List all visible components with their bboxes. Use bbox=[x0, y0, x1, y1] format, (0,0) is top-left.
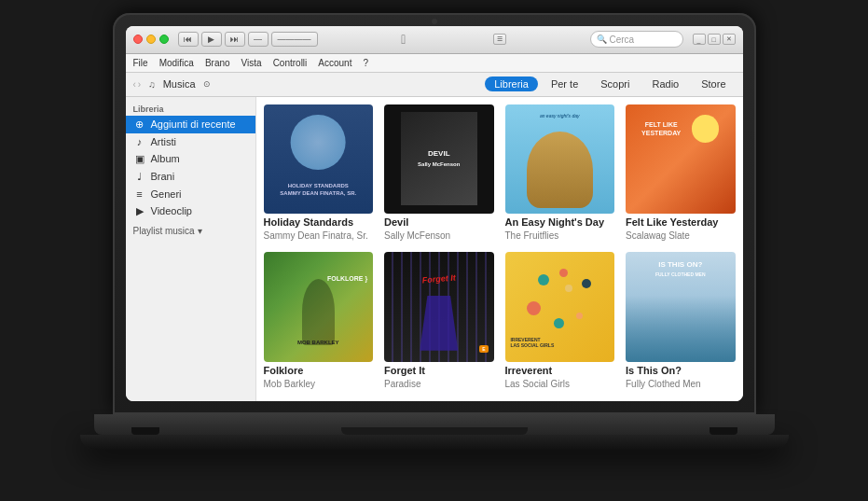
album-title-irreverent: Irreverent bbox=[505, 365, 615, 376]
tab-scopri[interactable]: Scopri bbox=[591, 77, 639, 91]
album-cover-devil: DEVILSally McFenson bbox=[384, 104, 494, 215]
nav-dropdown-icon[interactable]: ⊙ bbox=[203, 79, 211, 89]
nav-bar: ‹ › ♫ Musica ⊙ Libreria Per te Scopri Ra… bbox=[126, 73, 743, 97]
videoclip-icon: ▶ bbox=[133, 205, 146, 217]
rewind-button[interactable]: ⏮ bbox=[178, 32, 199, 47]
album-item-holiday-standards[interactable]: HOLIDAY STANDARDSSAMMY DEAN FINATRA, SR.… bbox=[264, 104, 374, 242]
album-cover-easy-night: an easy night's day bbox=[505, 104, 615, 215]
album-item-irreverent[interactable]: IRREVERENTLAS SOCIAL GIRLS Irreverent La… bbox=[505, 252, 615, 389]
playlist-label: Playlist musica bbox=[133, 226, 195, 236]
playback-controls: ⏮ ▶ ⏭ — ———— bbox=[178, 32, 318, 47]
laptop-lid: ⏮ ▶ ⏭ — ————  ☰ 🔍 Cerca _ bbox=[113, 13, 756, 414]
sidebar-item-videoclip[interactable]: ▶ Videoclip bbox=[126, 202, 255, 220]
sidebar-item-aggiunti[interactable]: ⊕ Aggiunti di recente bbox=[126, 116, 255, 133]
album-item-easy-night[interactable]: an easy night's day An Easy Night's Day … bbox=[505, 104, 615, 242]
sidebar: Libreria ⊕ Aggiunti di recente ♪ Artisti… bbox=[126, 97, 256, 401]
album-title-forget-it: Forget It bbox=[384, 365, 494, 376]
tab-libreria[interactable]: Libreria bbox=[485, 77, 538, 91]
list-view-button[interactable]: ☰ bbox=[493, 34, 506, 45]
folklore-figure bbox=[302, 279, 335, 345]
artists-icon: ♪ bbox=[133, 136, 146, 147]
album-item-is-this-on[interactable]: IS THIS ON?Fully Clothed Men Is This On?… bbox=[626, 252, 736, 389]
rubber-foot-right bbox=[710, 427, 737, 435]
menu-brano[interactable]: Brano bbox=[205, 58, 230, 68]
album-item-felt-like[interactable]: FELT LIKE YESTERDAY Felt Like Yesterday … bbox=[626, 104, 736, 242]
music-note-icon: ♫ bbox=[148, 79, 156, 90]
album-cover-is-this-on: IS THIS ON?Fully Clothed Men bbox=[626, 252, 736, 362]
album-cover-forget-it: Forget It E bbox=[384, 252, 494, 362]
menu-account[interactable]: Account bbox=[318, 58, 351, 68]
sidebar-label-generi: Generi bbox=[151, 188, 182, 200]
window-size-controls: _ □ ✕ bbox=[693, 34, 736, 45]
album-title-folklore: Folklore bbox=[264, 365, 374, 376]
content-area[interactable]: HOLIDAY STANDARDSSAMMY DEAN FINATRA, SR.… bbox=[256, 97, 743, 401]
devil-inner: DEVILSally McFenson bbox=[401, 112, 477, 205]
screen-bezel: ⏮ ▶ ⏭ — ————  ☰ 🔍 Cerca _ bbox=[126, 26, 743, 401]
traffic-lights bbox=[133, 35, 169, 44]
volume-button[interactable]: — bbox=[248, 32, 269, 47]
recently-added-icon: ⊕ bbox=[133, 118, 146, 131]
window-controls: ☰ bbox=[493, 34, 506, 45]
tab-radio[interactable]: Radio bbox=[642, 77, 688, 91]
menu-controlli[interactable]: Controlli bbox=[273, 58, 308, 68]
album-artist-forget-it: Paradise bbox=[384, 379, 494, 389]
album-title-easy-night: An Easy Night's Day bbox=[505, 216, 615, 228]
sidebar-label-videoclip: Videoclip bbox=[151, 205, 192, 216]
folklore-cover-text: FOLKLORE } bbox=[327, 274, 367, 284]
sidebar-item-generi[interactable]: ≡ Generi bbox=[126, 186, 255, 202]
search-box[interactable]: 🔍 Cerca bbox=[590, 31, 683, 48]
menu-file[interactable]: File bbox=[133, 58, 148, 68]
album-item-devil[interactable]: DEVILSally McFenson Devil Sally McFenson bbox=[384, 104, 494, 242]
album-cover-holiday-standards: HOLIDAY STANDARDSSAMMY DEAN FINATRA, SR. bbox=[264, 104, 374, 215]
nav-tabs: Libreria Per te Scopri Radio Store bbox=[485, 77, 735, 91]
laptop-base bbox=[94, 414, 775, 435]
album-artist-is-this-on: Fully Clothed Men bbox=[626, 379, 736, 389]
minimize-button[interactable] bbox=[146, 35, 156, 44]
apple-logo-icon:  bbox=[401, 32, 406, 47]
sidebar-item-artisti[interactable]: ♪ Artisti bbox=[126, 133, 255, 150]
album-cover-irreverent: IRREVERENTLAS SOCIAL GIRLS bbox=[505, 252, 615, 362]
album-title-felt-like: Felt Like Yesterday bbox=[626, 216, 736, 228]
back-button[interactable]: ‹ bbox=[133, 79, 136, 90]
irreverent-cover-text: IRREVERENTLAS SOCIAL GIRLS bbox=[510, 337, 554, 348]
window-minimize-btn[interactable]: _ bbox=[693, 34, 706, 45]
album-title-is-this-on: Is This On? bbox=[626, 365, 736, 376]
window-close-btn[interactable]: ✕ bbox=[723, 34, 736, 45]
sidebar-item-brani[interactable]: ♩ Brani bbox=[126, 168, 255, 186]
nav-music-label: Musica bbox=[163, 78, 196, 90]
album-artist-easy-night: The Fruitflies bbox=[505, 230, 615, 241]
menu-bar: File Modifica Brano Vista Controlli Acco… bbox=[126, 54, 743, 73]
album-artist-felt-like: Scalawag Slate bbox=[626, 230, 736, 241]
tab-per-te[interactable]: Per te bbox=[542, 77, 587, 91]
menu-vista[interactable]: Vista bbox=[241, 58, 262, 68]
progress-bar[interactable]: ———— bbox=[271, 32, 318, 47]
close-button[interactable] bbox=[133, 35, 143, 44]
sidebar-label-brani: Brani bbox=[151, 171, 175, 182]
album-item-folklore[interactable]: FOLKLORE } MOB BARKLEY Folklore Mob Bark… bbox=[264, 252, 374, 389]
explicit-badge: E bbox=[479, 345, 488, 353]
window-restore-btn[interactable]: □ bbox=[708, 34, 721, 45]
forward-button-nav[interactable]: › bbox=[138, 79, 141, 90]
main-content: Libreria ⊕ Aggiunti di recente ♪ Artisti… bbox=[126, 97, 743, 401]
sidebar-item-album[interactable]: ▣ Album bbox=[126, 150, 255, 168]
playlist-chevron-icon: ▾ bbox=[198, 226, 202, 236]
maximize-button[interactable] bbox=[159, 35, 169, 44]
album-grid: HOLIDAY STANDARDSSAMMY DEAN FINATRA, SR.… bbox=[264, 104, 736, 389]
menu-modifica[interactable]: Modifica bbox=[159, 58, 194, 68]
sidebar-label-album: Album bbox=[151, 153, 180, 164]
feltlike-sun bbox=[692, 115, 719, 142]
play-button[interactable]: ▶ bbox=[201, 32, 222, 47]
sidebar-label-aggiunti: Aggiunti di recente bbox=[151, 118, 236, 130]
album-artist-folklore: Mob Barkley bbox=[264, 379, 374, 389]
playlist-section[interactable]: Playlist musica ▾ bbox=[126, 220, 255, 238]
itunes-window: ⏮ ▶ ⏭ — ————  ☰ 🔍 Cerca _ bbox=[126, 26, 743, 401]
album-artist-holiday: Sammy Dean Finatra, Sr. bbox=[264, 230, 374, 241]
forward-button[interactable]: ⏭ bbox=[225, 32, 245, 47]
album-item-forget-it[interactable]: Forget It E Forget It Paradise bbox=[384, 252, 494, 389]
easynight-dog bbox=[527, 132, 593, 208]
isthison-cover-text: IS THIS ON?Fully Clothed Men bbox=[626, 260, 736, 278]
tab-store[interactable]: Store bbox=[692, 77, 735, 91]
generi-icon: ≡ bbox=[133, 188, 146, 200]
menu-help[interactable]: ? bbox=[363, 58, 368, 68]
album-cover-felt-like: FELT LIKE YESTERDAY bbox=[626, 104, 736, 215]
